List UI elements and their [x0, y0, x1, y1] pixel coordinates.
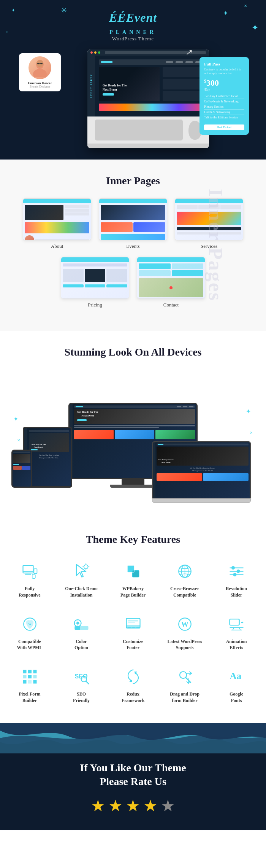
profile-card: Emerson Hawke Event's Designer — [19, 53, 61, 91]
svg-rect-42 — [128, 620, 138, 621]
page-label-pricing: Pricing — [61, 302, 129, 308]
minimize-dot — [94, 51, 97, 54]
svg-rect-39 — [128, 627, 131, 628]
svg-point-1 — [33, 69, 47, 77]
footer-wave — [0, 723, 266, 753]
feature-label: ColorOption — [61, 638, 101, 651]
body-text — [74, 425, 195, 426]
phone-screen — [11, 450, 32, 488]
pixel-icon — [19, 666, 40, 687]
keyboard-mockup — [95, 120, 183, 140]
feature-label: CompatibleWith WPML — [10, 638, 50, 651]
laptop-keyboard — [152, 498, 251, 503]
svg-rect-58 — [28, 680, 32, 684]
feature-customize-footer: CustomizeFooter — [111, 610, 155, 655]
keyboard-area — [87, 116, 209, 144]
screen-content: Get Ready for The Next Event We Are The … — [153, 442, 250, 498]
feature-label: Cross-BrowserCompatible — [165, 586, 205, 598]
screen-sidebar: EVENT PARTY — [87, 56, 95, 116]
screen-nav — [99, 59, 205, 65]
footer-icon — [123, 614, 144, 635]
svg-text:W: W — [181, 619, 188, 628]
page-thumb-pricing: Pricing — [61, 257, 129, 308]
svg-point-27 — [231, 566, 235, 570]
feature-label: WPBakeryPage Builder — [113, 586, 153, 598]
screen-main: Get Ready for The Next Event — [95, 56, 209, 115]
svg-rect-10 — [32, 574, 35, 579]
hero-area: Get Ready for The Next Event — [74, 409, 195, 424]
services-thumbnail — [175, 198, 243, 240]
pricing-desc: Contrary to popular belief it is not sim… — [204, 68, 244, 76]
footer-section: If You Like Our Theme Please Rate Us ★ ★… — [0, 723, 266, 830]
svg-rect-41 — [136, 627, 139, 628]
screen-content: EVENT PARTY — [87, 56, 209, 116]
feature-cross-browser: Cross-BrowserCompatible — [163, 557, 207, 602]
laptop-device: Get Ready for The Next Event We Are The … — [152, 441, 251, 503]
star-4: ★ — [143, 796, 158, 815]
contact-thumbnail — [137, 257, 205, 299]
stars-row: ★ ★ ★ ★ ★ — [8, 796, 258, 815]
svg-point-28 — [236, 570, 240, 573]
list-item: Lunch & Networking — [204, 110, 244, 115]
cursor-icon — [71, 561, 92, 582]
sparkle-icon: ✦ — [6, 30, 8, 34]
feature-label: CustomizeFooter — [113, 638, 153, 651]
profile-role: Event's Designer — [22, 85, 58, 88]
pricing-card: Full Pass Contrary to popular belief it … — [200, 57, 249, 135]
feature-label: SEOFriendly — [61, 691, 101, 704]
svg-rect-8 — [25, 574, 31, 575]
feature-label: One-Click DemoInstallation — [61, 586, 101, 598]
svg-rect-46 — [230, 619, 239, 625]
feature-wpbakery: WPBakeryPage Builder — [111, 557, 155, 602]
feature-seo: SEO SEOFriendly — [59, 662, 103, 708]
svg-rect-54 — [23, 675, 26, 678]
get-ticket-button[interactable]: Get Ticket — [204, 124, 244, 130]
maximize-dot — [98, 51, 100, 54]
svg-point-29 — [233, 573, 236, 576]
page-thumb-services: Services — [175, 198, 243, 249]
sidebar-text: EVENT PARTY — [90, 74, 92, 98]
desktop-screen: EVENT PARTY — [87, 49, 209, 148]
inner-pages-title: Inner Pages — [8, 175, 258, 187]
page-thumb-events: Events — [99, 198, 167, 249]
svg-text:W: W — [28, 622, 32, 626]
body-text — [74, 427, 159, 428]
page-label-about: About — [23, 243, 91, 249]
feature-google-fonts: Aa GoogleFonts — [214, 662, 258, 708]
svg-point-12 — [84, 565, 88, 569]
feature-label: GoogleFonts — [216, 691, 256, 704]
redux-icon — [123, 666, 144, 687]
footer-title: If You Like Our Theme Please Rate Us — [8, 761, 258, 789]
feature-wordpress: W Latest WordPressSupports — [163, 610, 207, 655]
feature-label: ReduxFramework — [113, 691, 153, 704]
svg-text:Aa: Aa — [230, 671, 241, 681]
feature-animation-effects: AnimationEffects — [214, 610, 258, 655]
feature-label: Pixel FormBuilder — [10, 691, 50, 704]
svg-rect-18 — [132, 570, 139, 577]
pricing-features-list: Two Day Conference Ticket Coffee-break &… — [204, 94, 244, 120]
about-thumbnail — [23, 198, 91, 240]
dragdrop-icon — [174, 666, 195, 687]
hero-text-line2: Next Event — [103, 88, 127, 92]
feature-label: Drag and Dropform Builder — [165, 691, 205, 704]
svg-rect-43 — [128, 622, 135, 623]
laptop-screen: Get Ready for The Next Event We Are The … — [152, 441, 251, 498]
globe-icon — [174, 561, 195, 582]
features-title: Theme Key Features — [8, 533, 258, 546]
nav-bar — [74, 405, 195, 408]
close-dot — [90, 51, 93, 54]
pricing-period: /Day — [204, 88, 244, 91]
features-section: Theme Key Features FullyResponsive — [0, 518, 266, 723]
arrow-decoration: ↗ — [185, 48, 192, 57]
logo-title: ÉÉEvent PLANNER — [8, 11, 258, 36]
svg-rect-40 — [132, 627, 135, 628]
svg-rect-51 — [23, 670, 26, 673]
color-icon — [71, 614, 92, 635]
svg-point-35 — [76, 622, 79, 624]
pricing-thumbnail — [61, 257, 129, 299]
hero-text-line1: Get Ready for The — [103, 84, 127, 88]
avatar — [28, 56, 51, 79]
sparkle-icon: ✦ — [252, 23, 258, 33]
pricing-amount: $300 — [204, 78, 244, 88]
mockup-area: Emerson Hawke Event's Designer EVENT PAR… — [8, 46, 258, 152]
